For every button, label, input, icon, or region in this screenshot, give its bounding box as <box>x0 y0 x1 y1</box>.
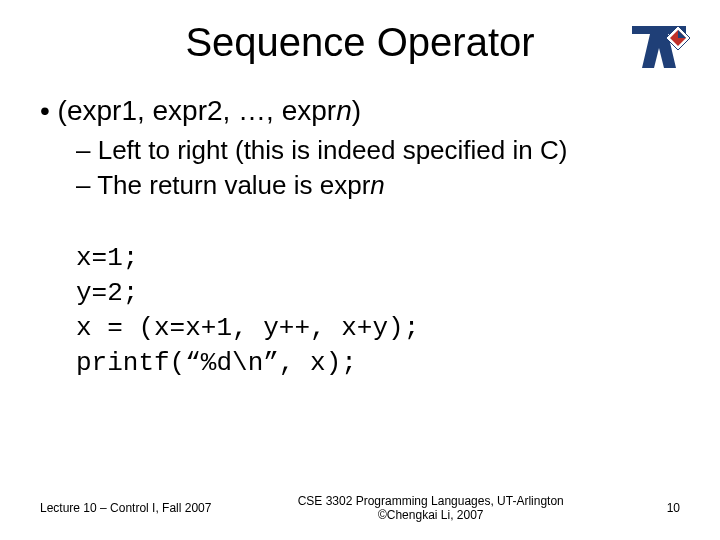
sub2-pre: The return value is expr <box>97 170 370 200</box>
footer-left: Lecture 10 – Control I, Fall 2007 <box>40 501 211 515</box>
title-row: Sequence Operator <box>40 20 680 65</box>
footer-center: CSE 3302 Programming Languages, UT-Arlin… <box>211 494 650 522</box>
university-logo-icon <box>628 20 690 80</box>
sub-bullet-2: The return value is exprn <box>76 170 680 201</box>
code-line-2: y=2; <box>76 276 680 311</box>
sub2-n: n <box>370 170 384 200</box>
bullet-text-pre: (expr1, expr2, …, expr <box>58 95 337 126</box>
code-line-3: x = (x=x+1, y++, x+y); <box>76 311 680 346</box>
footer-center-2: ©Chengkai Li, 2007 <box>211 508 650 522</box>
slide: Sequence Operator (expr1, expr2, …, expr… <box>0 0 720 540</box>
footer-center-1: CSE 3302 Programming Languages, UT-Arlin… <box>211 494 650 508</box>
slide-title: Sequence Operator <box>40 20 680 65</box>
page-number: 10 <box>650 501 680 515</box>
sub-bullet-1: Left to right (this is indeed specified … <box>76 135 680 166</box>
footer: Lecture 10 – Control I, Fall 2007 CSE 33… <box>0 494 720 522</box>
code-line-4: printf(“%d\n”, x); <box>76 346 680 381</box>
bullet-text-n: n <box>336 95 352 126</box>
code-line-1: x=1; <box>76 241 680 276</box>
bullet-text-post: ) <box>352 95 361 126</box>
code-block: x=1; y=2; x = (x=x+1, y++, x+y); printf(… <box>76 241 680 381</box>
bullet-main: (expr1, expr2, …, exprn) <box>40 95 680 127</box>
